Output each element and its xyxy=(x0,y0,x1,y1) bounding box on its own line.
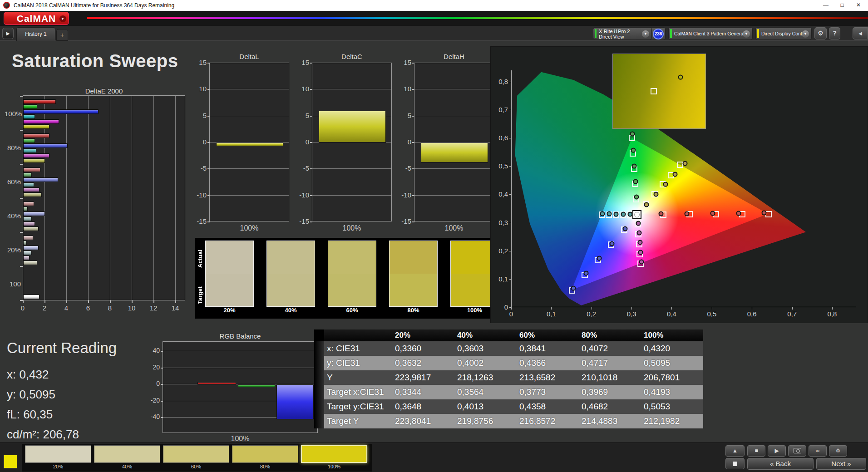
next-button[interactable]: Next » xyxy=(816,458,866,470)
gear-button[interactable]: ⚙ xyxy=(829,445,847,457)
cie-zoom-inset xyxy=(612,54,706,129)
patch-label: 40% xyxy=(94,464,160,469)
axis-tick xyxy=(509,166,512,167)
table-header-40%: 40% xyxy=(454,329,517,341)
pattern-level-button-100%[interactable]: 100% xyxy=(301,445,367,470)
pattern-level-button-80%[interactable]: 80% xyxy=(232,445,298,470)
table-cell: 0,3344 xyxy=(392,385,454,399)
chevron-down-icon: ▼ xyxy=(802,30,809,38)
cie-y-tick-label: 0,7 xyxy=(493,106,508,113)
close-button[interactable]: ✕ xyxy=(851,0,866,11)
swatch-40% xyxy=(266,241,315,307)
pattern-up-button[interactable]: ▲ xyxy=(725,445,745,457)
y-tick-label: -10 xyxy=(400,191,411,199)
row-label: x: CIE31 xyxy=(324,341,392,356)
axis-tick xyxy=(412,63,414,64)
x-category-label: 100% xyxy=(209,224,289,232)
cie-y-tick-label: 0,5 xyxy=(493,162,508,170)
tab-history[interactable]: History 1 xyxy=(16,27,55,41)
cie-y-tick-label: 0,8 xyxy=(493,78,508,85)
gridline xyxy=(210,195,289,196)
deltae-bar-60%-cyan xyxy=(23,182,34,187)
deltae-bar-80%-magenta xyxy=(23,153,49,158)
tab-bar: ▶ History 1 + 236 X-Rite i1Pro 2 Direct … xyxy=(0,26,868,41)
swatch-target xyxy=(390,274,437,306)
cie-1931-panel: CIE 1931 xy 0,80,70,60,50,40,30,20,1000,… xyxy=(490,46,868,323)
nav-arrow-button[interactable]: ▶ xyxy=(2,28,14,39)
axis-tick xyxy=(412,221,414,222)
group-label: 60% xyxy=(5,178,21,186)
help-button[interactable]: ? xyxy=(829,27,840,39)
bottom-toolbar: 20%40%60%80%100% ▲ « Back Next » ■▶∞⚙ xyxy=(0,442,868,472)
maximize-button[interactable]: □ xyxy=(834,0,850,11)
deltae-bar-100%-red xyxy=(23,99,56,104)
calman-menu-button[interactable]: CalMAN ▼ xyxy=(4,12,69,25)
axis-tick xyxy=(207,168,210,169)
deltae-bar-100%-green xyxy=(23,104,37,109)
camera-icon xyxy=(794,448,801,453)
table-cell: 218,1263 xyxy=(454,370,517,385)
gridline xyxy=(110,96,110,300)
gridline xyxy=(163,351,317,351)
add-tab-button[interactable]: + xyxy=(56,29,68,41)
deltae2000-chart: DeltaE 2000100%80%60%40%20%1000246810121… xyxy=(5,87,192,316)
row-strip xyxy=(314,385,324,399)
gridline xyxy=(414,168,493,169)
gridline xyxy=(88,96,89,300)
actual-row-label: Actual xyxy=(197,242,204,275)
axis-tick xyxy=(412,116,414,117)
y-tick-label: -40 xyxy=(150,413,160,420)
pattern-window-button[interactable] xyxy=(725,458,745,469)
axis-tick xyxy=(509,251,512,251)
axis-tick xyxy=(44,300,45,303)
y-tick-label: -5 xyxy=(196,164,207,172)
row-label: Target y:CIE31 xyxy=(324,399,392,414)
chevron-down-icon: ▼ xyxy=(743,30,750,38)
pattern-level-button-40%[interactable]: 40% xyxy=(94,445,160,470)
deltaH-bar xyxy=(421,143,488,162)
cie-measured-circle-green xyxy=(633,179,638,184)
deltae-bar-100-red xyxy=(23,295,39,299)
logo-bar: CalMAN ▼ xyxy=(0,11,868,26)
axis-tick xyxy=(310,221,312,222)
meter-badge[interactable]: 236 xyxy=(653,29,664,39)
deltaC-frame xyxy=(312,63,392,221)
rgb-balance-chart: RGB Balance40200-20-40100% xyxy=(150,330,325,442)
source-dropdown[interactable]: CalMAN Client 3 Pattern Generator ▼ xyxy=(668,27,753,40)
pattern-level-button-60%[interactable]: 60% xyxy=(163,445,229,470)
axis-tick xyxy=(412,142,414,143)
x-tick-label: 12 xyxy=(147,304,160,312)
table-row: Target Y223,8041219,8756216,8572214,4883… xyxy=(314,414,703,428)
collapse-panel-button[interactable]: ◀ xyxy=(853,27,868,39)
cie-x-tick-label: 0,1 xyxy=(541,310,561,318)
play-button[interactable]: ▶ xyxy=(768,445,786,457)
table-cell: 210,1018 xyxy=(579,370,641,385)
cie-x-tick-label: 0,7 xyxy=(782,310,802,318)
deltae-bar-100%-blue xyxy=(23,109,99,114)
cie-measured-circle-cyan xyxy=(607,211,612,216)
axis-tick xyxy=(153,300,154,303)
rgb-bar-blue xyxy=(276,384,314,419)
axis-tick xyxy=(310,116,312,117)
camera-button[interactable] xyxy=(788,445,806,457)
pattern-level-button-20%[interactable]: 20% xyxy=(25,445,91,470)
pattern-preview-swatch[interactable] xyxy=(4,455,17,468)
settings-gear-button[interactable]: ⚙ xyxy=(814,27,827,39)
deltae-bar-20%-magenta xyxy=(23,256,30,260)
cie-measured-circle-green xyxy=(630,131,635,136)
infinity-button[interactable]: ∞ xyxy=(809,445,827,457)
meter-dropdown[interactable]: X-Rite i1Pro 2 Direct View ▼ xyxy=(593,27,652,40)
back-button[interactable]: « Back xyxy=(747,458,814,470)
axis-tick xyxy=(310,63,312,64)
axis-tick xyxy=(509,223,512,223)
axis-tick xyxy=(712,307,712,310)
minimize-button[interactable]: — xyxy=(818,0,833,11)
axis-tick xyxy=(412,195,414,196)
stop-button[interactable]: ■ xyxy=(747,445,765,457)
axis-tick xyxy=(310,142,312,143)
display-dropdown[interactable]: Direct Display Control ▼ xyxy=(755,27,812,40)
axis-tick xyxy=(132,300,133,303)
gridline xyxy=(210,168,289,169)
deltae-bar-20%-blue xyxy=(23,246,39,250)
table-row: y: CIE310,36320,40020,43660,47170,5095 xyxy=(314,356,703,370)
